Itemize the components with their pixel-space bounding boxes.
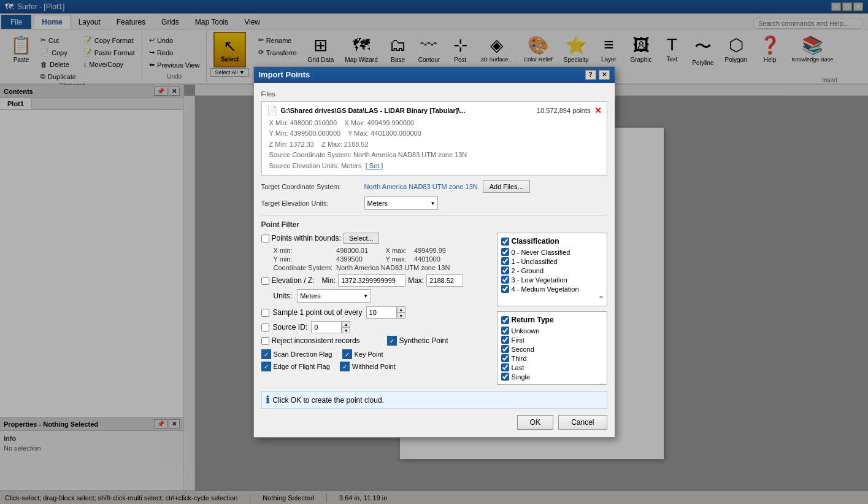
return-single: Single: [501, 373, 603, 381]
ymax-label: Y max:: [376, 255, 414, 263]
class-0-checkbox[interactable]: [501, 248, 509, 256]
units-label: Units:: [274, 292, 293, 300]
modal-titlebar-btns: ? ✕: [585, 70, 610, 80]
elevation-label: Elevation / Z:: [272, 276, 315, 285]
return-single-checkbox[interactable]: [501, 373, 509, 381]
classification-box: Classification 0 - Never Classified 1 - …: [497, 233, 607, 306]
info-row: ℹ Click OK to create the point cloud.: [261, 391, 607, 409]
synthetic-checkbox-visual: ✓: [387, 336, 397, 346]
units-select[interactable]: Meters: [297, 289, 371, 303]
return-last-label: Last: [512, 364, 524, 371]
source-id-input[interactable]: [311, 321, 342, 333]
ok-button[interactable]: OK: [517, 415, 553, 430]
file-entry: 📄 G:\Shared drives\GS Data\LAS - LiDAR B…: [261, 101, 607, 176]
two-col-layout: Points within bounds: Select... X min: 4…: [261, 233, 607, 385]
withheld-label: Withheld Point: [352, 363, 396, 370]
sample-spinner-input[interactable]: [366, 306, 397, 319]
return-first-checkbox[interactable]: [501, 336, 509, 344]
modal-body: Files 📄 G:\Shared drives\GS Data\LAS - L…: [254, 83, 615, 438]
file-coord: Source Coordinate System: North America …: [269, 150, 602, 161]
sample-checkbox[interactable]: [261, 309, 269, 317]
withheld-item: ✓ Withheld Point: [340, 362, 396, 371]
synthetic-row: ✓ Synthetic Point: [387, 336, 448, 346]
elevation-min-input[interactable]: [338, 274, 405, 287]
select-button[interactable]: Select...: [344, 233, 379, 244]
class-3-checkbox[interactable]: [501, 276, 509, 284]
file-path: G:\Shared drives\GS Data\LAS - LiDAR Bin…: [281, 107, 534, 114]
class-4-checkbox[interactable]: [501, 285, 509, 293]
modal-footer: OK Cancel: [261, 415, 607, 430]
modal-overlay: Import Points ? ✕ Files 📄 G:\Shared driv…: [0, 0, 868, 504]
file-meta: X Min: 498000.010000 X Max: 499499.99000…: [267, 118, 602, 172]
return-second-checkbox[interactable]: [501, 345, 509, 353]
class-item-3: 3 - Low Vegetation: [501, 276, 603, 284]
return-scroll-thumb[interactable]: [599, 384, 603, 386]
within-bounds-label: Points within bounds:: [272, 234, 341, 242]
point-filter-title: Point Filter: [261, 220, 607, 229]
class-3-label: 3 - Low Vegetation: [512, 276, 567, 284]
file-icon: 📄: [267, 106, 277, 115]
withheld-checkbox-visual: ✓: [340, 362, 350, 371]
reject-checkbox[interactable]: [261, 337, 269, 345]
spinner-up[interactable]: ▲: [397, 306, 405, 312]
point-filter-section: Point Filter Points within bounds: Selec…: [261, 220, 607, 385]
file-remove-btn[interactable]: ✕: [594, 106, 602, 115]
info-message: Click OK to create the point cloud.: [273, 396, 384, 405]
source-id-row: Source ID: ▲ ▼: [261, 321, 490, 333]
ymax-val: 4401000: [414, 255, 440, 263]
key-point-item: ✓ Key Point: [342, 349, 383, 359]
classification-scroll-thumb[interactable]: [599, 296, 603, 298]
target-coord-value[interactable]: North America NAD83 UTM zone 13N: [364, 183, 478, 190]
class-2-label: 2 - Ground: [512, 267, 544, 274]
spinner-btns: ▲ ▼: [397, 306, 405, 319]
target-elev-select-wrapper: Meters: [364, 196, 438, 210]
elevation-checkbox[interactable]: [261, 277, 269, 285]
edge-label: Edge of Flight Flag: [274, 363, 330, 370]
elev-max-label: Max:: [408, 276, 424, 285]
target-elev-select[interactable]: Meters: [364, 196, 438, 210]
class-2-checkbox[interactable]: [501, 266, 509, 274]
left-col: Points within bounds: Select... X min: 4…: [261, 233, 490, 385]
class-item-2: 2 - Ground: [501, 266, 603, 274]
units-row: Units: Meters: [274, 289, 490, 303]
flag-row-2: ✓ Edge of Flight Flag ✓ Withheld Point: [261, 362, 490, 371]
spinner-down[interactable]: ▼: [397, 312, 405, 319]
source-id-up[interactable]: ▲: [342, 321, 350, 327]
elevation-row: Elevation / Z: Min: Max:: [261, 274, 490, 287]
elevation-max-input[interactable]: [426, 274, 463, 287]
xmin-val: 498000.01: [336, 247, 368, 254]
key-point-checkbox-visual: ✓: [342, 349, 352, 359]
sample-label: Sample 1 point out of every: [273, 308, 363, 317]
scan-checkbox-visual: ✓: [261, 349, 271, 359]
add-files-button[interactable]: Add Files...: [483, 180, 530, 193]
return-type-title: Return Type: [512, 316, 554, 324]
target-coord-row: Target Coordinate System: North America …: [261, 180, 607, 193]
synthetic-label: Synthetic Point: [399, 336, 448, 345]
class-1-checkbox[interactable]: [501, 257, 509, 265]
source-id-label: Source ID:: [273, 323, 308, 331]
file-points: 10,572,894 points: [537, 107, 590, 114]
cancel-button[interactable]: Cancel: [558, 415, 607, 430]
return-last-checkbox[interactable]: [501, 363, 509, 371]
class-item-0: 0 - Never Classified: [501, 248, 603, 256]
return-second-label: Second: [512, 346, 534, 353]
return-all-checkbox[interactable]: [501, 316, 509, 324]
within-bounds-checkbox[interactable]: [261, 235, 269, 242]
source-id-down[interactable]: ▼: [342, 327, 350, 333]
return-second: Second: [501, 345, 603, 353]
return-unknown-checkbox[interactable]: [501, 327, 509, 335]
bounds-grid: X min: 498000.01 X max: 499499.99 Y min:…: [274, 246, 490, 272]
modal-help-btn[interactable]: ?: [585, 70, 596, 80]
return-third-checkbox[interactable]: [501, 354, 509, 362]
source-id-checkbox[interactable]: [261, 324, 269, 331]
target-coord-label: Target Coordinate System:: [261, 183, 359, 190]
set-link[interactable]: [ Set ]: [366, 162, 383, 169]
return-type-box: Return Type Unknown First: [497, 311, 607, 385]
class-1-label: 1 - Unclassified: [512, 258, 558, 265]
ymin-label: Y min:: [274, 255, 337, 263]
modal-close-btn[interactable]: ✕: [599, 70, 610, 80]
reject-row: Reject inconsistent records ✓ Synthetic …: [261, 336, 490, 346]
return-unknown: Unknown: [501, 327, 603, 335]
edge-flag-item: ✓ Edge of Flight Flag: [261, 362, 330, 371]
classification-all-checkbox[interactable]: [501, 238, 509, 246]
